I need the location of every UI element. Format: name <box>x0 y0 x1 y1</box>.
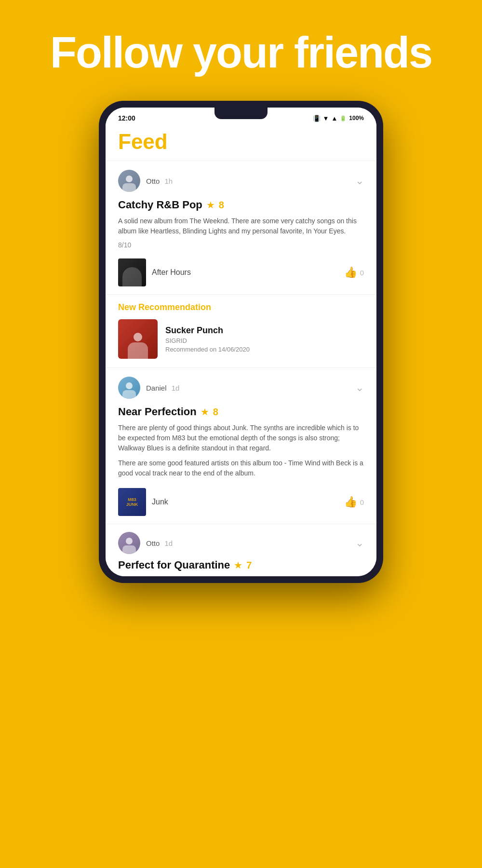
review-text-1: A solid new album from The Weeknd. There… <box>118 216 364 236</box>
rec-artist: SIGRID <box>165 337 250 344</box>
user-row-partial: Otto 1d ⌄ <box>118 532 364 554</box>
hero-title: Follow your friends <box>50 29 432 77</box>
user-name-partial: Otto 1d <box>146 539 173 547</box>
user-row-1: Otto 1h ⌄ <box>118 170 364 192</box>
like-count-2: 0 <box>360 498 364 506</box>
star-icon-1: ★ <box>206 199 215 211</box>
phone-frame: 12:00 📳 ▼ ▲ 🔋 100% Feed <box>99 101 383 583</box>
like-count-1: 0 <box>360 269 364 277</box>
review-title-1: Catchy R&B Pop <box>118 199 202 211</box>
wifi-icon: ▼ <box>323 115 329 122</box>
battery-icon: 🔋 <box>340 115 347 122</box>
rec-item[interactable]: Sucker Punch SIGRID Recommended on 14/06… <box>118 319 364 359</box>
review-text-2b: There are some good featured artists on … <box>118 458 364 478</box>
user-name-2: Daniel 1d <box>146 384 179 392</box>
review-text-2a: There are plenty of good things about Ju… <box>118 423 364 453</box>
phone-screen: 12:00 📳 ▼ ▲ 🔋 100% Feed <box>106 108 376 576</box>
phone-notch <box>214 108 268 119</box>
new-rec-label: New Recommendation <box>118 302 364 312</box>
album-row-1: After Hours 👍 0 <box>118 256 364 286</box>
score-2: 8 <box>213 407 218 418</box>
app-header: Feed <box>106 125 376 161</box>
partial-title-row: Perfect for Quarantine ★ 7 <box>118 559 364 571</box>
album-art-junk: M83JUNK <box>118 488 146 516</box>
vibrate-icon: 📳 <box>313 115 321 122</box>
review-title-row-1: Catchy R&B Pop ★ 8 <box>118 199 364 211</box>
battery-percent: 100% <box>349 115 364 122</box>
signal-icon: ▲ <box>331 115 337 122</box>
status-time: 12:00 <box>118 114 135 122</box>
feed-item-2: Daniel 1d ⌄ Near Perfection ★ 8 There ar… <box>106 368 376 524</box>
user-row-2: Daniel 1d ⌄ <box>118 377 364 399</box>
avatar-otto2 <box>118 532 140 554</box>
partial-feed-item: Otto 1d ⌄ Perfect for Quarantine ★ 7 <box>106 524 376 576</box>
chevron-icon-partial[interactable]: ⌄ <box>355 537 364 549</box>
partial-review-title: Perfect for Quarantine <box>118 559 230 571</box>
partial-star-icon: ★ <box>234 559 242 571</box>
chevron-icon-2[interactable]: ⌄ <box>355 381 364 394</box>
like-section-1[interactable]: 👍 0 <box>344 266 364 279</box>
album-info-1: After Hours <box>118 258 191 286</box>
avatar-daniel <box>118 377 140 399</box>
album-name-1: After Hours <box>152 268 191 277</box>
album-info-2: M83JUNK Junk <box>118 488 168 516</box>
user-name-1: Otto 1h <box>146 177 173 185</box>
thumb-up-icon-2: 👍 <box>344 496 357 508</box>
user-info-2: Daniel 1d <box>118 377 179 399</box>
partial-score: 7 <box>246 560 252 571</box>
thumb-up-icon-1: 👍 <box>344 266 357 279</box>
new-rec-section: New Recommendation Sucker Punch SIGRID R… <box>106 295 376 368</box>
hero-section: Follow your friends <box>12 0 470 101</box>
rec-date: Recommended on 14/06/2020 <box>165 346 250 353</box>
feed-title: Feed <box>118 130 364 154</box>
user-info-1: Otto 1h <box>118 170 173 192</box>
user-info-partial: Otto 1d <box>118 532 173 554</box>
rec-album-art <box>118 319 158 359</box>
status-icons: 📳 ▼ ▲ 🔋 100% <box>313 115 364 122</box>
rec-title: Sucker Punch <box>165 326 250 336</box>
rating-1: 8/10 <box>118 241 364 249</box>
album-name-2: Junk <box>152 498 168 506</box>
chevron-icon-1[interactable]: ⌄ <box>355 175 364 187</box>
score-1: 8 <box>219 200 224 211</box>
album-art-after-hours <box>118 258 146 286</box>
album-row-2: M83JUNK Junk 👍 0 <box>118 485 364 516</box>
review-title-row-2: Near Perfection ★ 8 <box>118 406 364 418</box>
feed-item-1: Otto 1h ⌄ Catchy R&B Pop ★ 8 A solid new… <box>106 161 376 295</box>
avatar-otto <box>118 170 140 192</box>
like-section-2[interactable]: 👍 0 <box>344 496 364 508</box>
star-icon-2: ★ <box>201 406 209 418</box>
rec-details: Sucker Punch SIGRID Recommended on 14/06… <box>165 326 250 353</box>
review-title-2: Near Perfection <box>118 406 197 418</box>
